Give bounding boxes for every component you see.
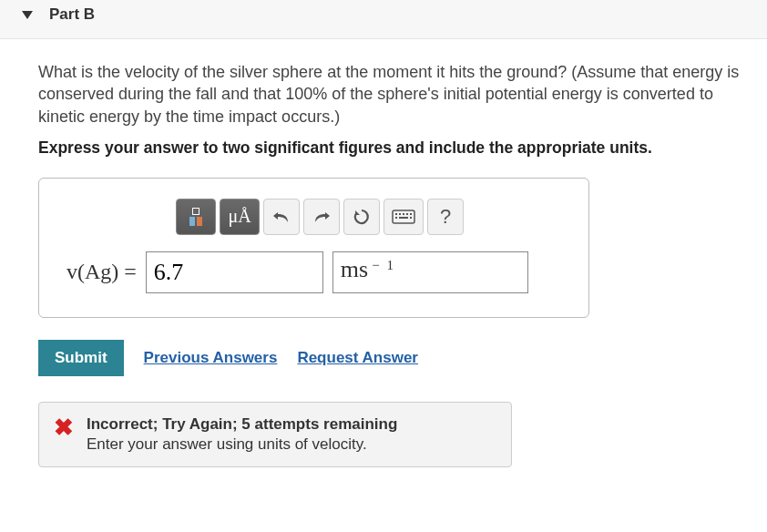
- templates-icon: [189, 208, 202, 226]
- reset-icon: [353, 208, 371, 226]
- svg-rect-7: [399, 217, 408, 219]
- value-input[interactable]: [146, 251, 323, 293]
- svg-rect-4: [406, 213, 408, 215]
- units-input[interactable]: ms − 1: [332, 251, 528, 293]
- redo-button[interactable]: [303, 199, 340, 235]
- part-title: Part B: [49, 5, 95, 24]
- incorrect-icon: ✖: [54, 415, 74, 454]
- question-text: What is the velocity of the silver spher…: [38, 61, 740, 128]
- submit-row: Submit Previous Answers Request Answer: [38, 340, 740, 376]
- keyboard-button[interactable]: [384, 199, 424, 235]
- submit-button[interactable]: Submit: [38, 340, 124, 376]
- variable-label: v(Ag) =: [66, 260, 137, 284]
- svg-rect-1: [395, 213, 397, 215]
- feedback-title: Incorrect; Try Again; 5 attempts remaini…: [87, 415, 397, 434]
- answer-row: v(Ag) = ms − 1: [66, 251, 561, 293]
- redo-icon: [312, 210, 331, 224]
- special-chars-button[interactable]: μÅ: [220, 199, 260, 235]
- instruction-text: Express your answer to two significant f…: [38, 138, 740, 158]
- help-button[interactable]: ?: [427, 199, 464, 235]
- answer-toolbar: μÅ ?: [176, 199, 561, 235]
- units-exponent: − 1: [372, 258, 395, 273]
- answer-box: μÅ ? v(Ag) = ms − 1: [38, 178, 589, 318]
- undo-icon: [272, 210, 291, 224]
- svg-rect-8: [410, 217, 412, 219]
- help-icon: ?: [440, 205, 451, 229]
- request-answer-link[interactable]: Request Answer: [297, 349, 418, 367]
- units-base: ms: [341, 256, 368, 283]
- feedback-text: Incorrect; Try Again; 5 attempts remaini…: [87, 415, 397, 454]
- templates-button[interactable]: [176, 199, 216, 235]
- part-header[interactable]: Part B: [0, 0, 767, 39]
- svg-rect-6: [395, 217, 397, 219]
- previous-answers-link[interactable]: Previous Answers: [144, 349, 278, 367]
- svg-rect-2: [399, 213, 401, 215]
- content-area: What is the velocity of the silver spher…: [0, 39, 767, 476]
- feedback-message: Enter your answer using units of velocit…: [87, 435, 397, 454]
- reset-button[interactable]: [343, 199, 380, 235]
- keyboard-icon: [392, 210, 415, 224]
- svg-rect-3: [403, 213, 404, 215]
- undo-button[interactable]: [263, 199, 300, 235]
- svg-rect-5: [410, 213, 412, 215]
- collapse-icon: [22, 11, 33, 19]
- feedback-box: ✖ Incorrect; Try Again; 5 attempts remai…: [38, 402, 512, 467]
- special-chars-label: μÅ: [228, 206, 251, 227]
